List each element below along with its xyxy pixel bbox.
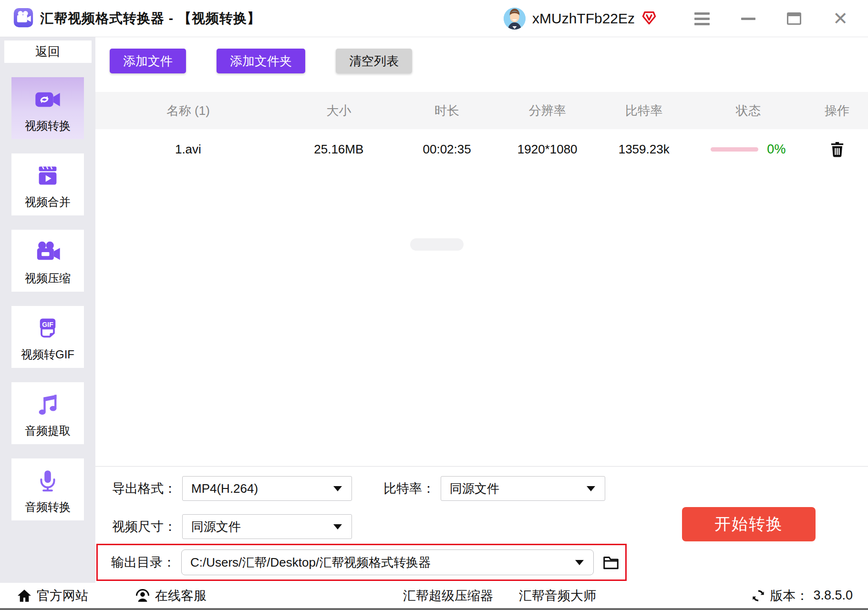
- window-title: 汇帮视频格式转换器 - 【视频转换】: [40, 10, 261, 28]
- user-avatar[interactable]: [504, 8, 526, 30]
- audio-convert-icon: [36, 466, 60, 496]
- audio-master-link[interactable]: 汇帮音频大师: [519, 583, 596, 608]
- sidebar-item-label: 视频合并: [25, 194, 71, 210]
- file-bitrate: 1359.23k: [598, 142, 690, 157]
- video-size-value: 同源文件: [191, 518, 241, 535]
- col-resolution: 分辨率: [497, 102, 598, 119]
- sidebar-item-audio-convert[interactable]: 音频转换: [11, 458, 84, 520]
- svg-text:GIF: GIF: [42, 321, 53, 328]
- bitrate-label: 比特率：: [383, 480, 435, 497]
- minimize-button[interactable]: [741, 18, 755, 20]
- app-logo-icon: [13, 8, 33, 30]
- toolbar: 添加文件 添加文件夹 清空列表: [95, 37, 868, 92]
- back-button[interactable]: 返回: [4, 41, 92, 63]
- video-size-label: 视频尺寸：: [112, 518, 176, 535]
- sidebar-item-video-convert[interactable]: 视频转换: [11, 77, 84, 139]
- audio-extract-icon: [35, 390, 60, 419]
- export-format-label: 导出格式：: [112, 480, 176, 497]
- start-convert-button[interactable]: 开始转换: [682, 507, 816, 541]
- sidebar-item-label: 音频转换: [25, 499, 71, 515]
- menu-icon[interactable]: [694, 12, 710, 25]
- col-size: 大小: [281, 102, 397, 119]
- export-format-select[interactable]: MP4(H.264): [182, 476, 352, 501]
- vip-badge-icon[interactable]: [641, 10, 657, 27]
- settings-panel: 导出格式： MP4(H.264) 比特率： 同源文件 视频尺寸： 同源文件: [95, 466, 868, 583]
- main-panel: 添加文件 添加文件夹 清空列表 名称 (1) 大小 时长 分辨率 比特率 状态 …: [95, 37, 868, 583]
- video-compress-icon: [34, 237, 61, 267]
- output-dir-value: C:/Users/汇帮/Desktop/汇帮视频格式转换器: [190, 554, 431, 571]
- video-merge-icon: [35, 161, 60, 191]
- col-duration: 时长: [397, 102, 497, 119]
- footer: 官方网站 在线客服 汇帮超级压缩器 汇帮音频大师 版本： 3.8.5.0: [0, 583, 868, 610]
- titlebar: 汇帮视频格式转换器 - 【视频转换】 xMUzhTFb22Ez: [0, 0, 868, 37]
- version-label: 版本：: [770, 587, 808, 604]
- file-duration: 00:02:35: [397, 142, 497, 157]
- faint-overlay-pill: [410, 238, 464, 251]
- chevron-down-icon: [333, 486, 342, 491]
- output-dir-label: 输出目录：: [111, 554, 176, 571]
- file-table-header: 名称 (1) 大小 时长 分辨率 比特率 状态 操作: [95, 92, 868, 129]
- add-folder-button[interactable]: 添加文件夹: [217, 49, 305, 73]
- customer-service-icon: [135, 588, 150, 603]
- output-dir-select[interactable]: C:/Users/汇帮/Desktop/汇帮视频格式转换器: [181, 549, 594, 575]
- clear-list-button[interactable]: 清空列表: [336, 49, 412, 73]
- col-action: 操作: [806, 102, 868, 119]
- version-info: 版本： 3.8.5.0: [752, 583, 853, 608]
- chevron-down-icon: [587, 486, 595, 491]
- output-dir-highlight-box: 输出目录： C:/Users/汇帮/Desktop/汇帮视频格式转换器: [96, 544, 627, 581]
- sidebar-item-audio-extract[interactable]: 音频提取: [11, 382, 84, 444]
- chevron-down-icon: [333, 524, 342, 529]
- video-convert-icon: [34, 85, 61, 114]
- maximize-button[interactable]: [787, 12, 801, 25]
- sidebar-item-label: 视频压缩: [25, 271, 71, 286]
- home-icon: [17, 588, 32, 603]
- super-compressor-link[interactable]: 汇帮超级压缩器: [403, 583, 493, 608]
- col-bitrate: 比特率: [598, 102, 690, 119]
- official-site-link[interactable]: 官方网站: [17, 583, 88, 608]
- sidebar: 返回 视频转换: [0, 37, 95, 583]
- app-window: 汇帮视频格式转换器 - 【视频转换】 xMUzhTFb22Ez: [0, 0, 868, 610]
- sidebar-item-label: 视频转GIF: [21, 347, 74, 362]
- sidebar-item-label: 视频转换: [25, 118, 71, 133]
- status-cell: 0%: [690, 142, 806, 157]
- add-file-button[interactable]: 添加文件: [110, 49, 186, 73]
- online-service-link[interactable]: 在线客服: [135, 583, 207, 608]
- file-resolution: 1920*1080: [497, 142, 598, 157]
- bitrate-select[interactable]: 同源文件: [441, 476, 605, 501]
- delete-file-button[interactable]: [806, 141, 868, 158]
- sidebar-item-label: 音频提取: [25, 423, 71, 438]
- window-bottom-edge: [0, 608, 868, 610]
- sidebar-item-video-merge[interactable]: 视频合并: [11, 153, 84, 215]
- browse-folder-button[interactable]: [602, 554, 620, 570]
- file-name: 1.avi: [95, 142, 281, 157]
- col-status: 状态: [690, 102, 806, 119]
- trash-icon: [829, 141, 845, 158]
- chevron-down-icon: [575, 560, 584, 565]
- sidebar-item-video-compress[interactable]: 视频压缩: [11, 230, 84, 292]
- video-to-gif-icon: GIF: [35, 314, 60, 343]
- table-row[interactable]: 1.avi 25.16MB 00:02:35 1920*1080 1359.23…: [95, 129, 868, 169]
- close-button[interactable]: ✕: [833, 10, 848, 28]
- bitrate-value: 同源文件: [450, 480, 499, 497]
- file-list-area: [95, 169, 868, 466]
- folder-icon: [602, 554, 620, 570]
- sidebar-item-video-to-gif[interactable]: GIF 视频转GIF: [11, 306, 84, 368]
- export-format-value: MP4(H.264): [191, 481, 258, 496]
- progress-percent: 0%: [767, 142, 785, 157]
- col-name: 名称 (1): [95, 102, 281, 119]
- version-value: 3.8.5.0: [813, 588, 853, 603]
- progress-bar: [711, 147, 758, 152]
- file-size: 25.16MB: [281, 142, 397, 157]
- video-size-select[interactable]: 同源文件: [182, 514, 352, 539]
- username-text: xMUzhTFb22Ez: [532, 10, 635, 27]
- update-refresh-icon: [752, 589, 765, 602]
